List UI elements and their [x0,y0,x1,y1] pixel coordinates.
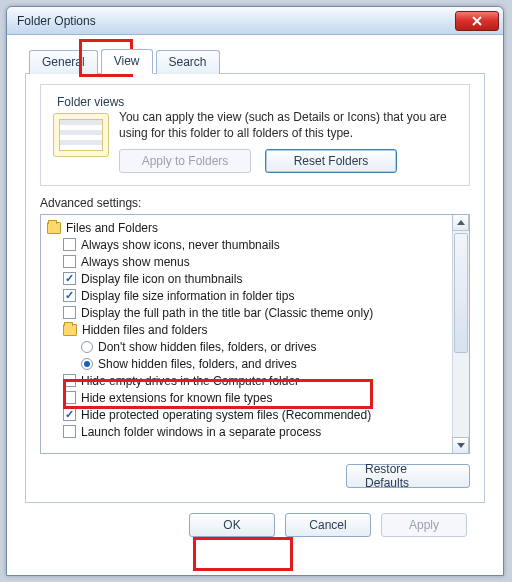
list-item[interactable]: Always show menus [63,253,450,270]
tab-general[interactable]: General [29,50,98,74]
tree-subfolder: Hidden files and folders [63,321,450,338]
tab-panel-view: Folder views You can apply the view (suc… [25,73,485,503]
close-icon [472,16,482,26]
list-item[interactable]: Always show icons, never thumbnails [63,236,450,253]
folder-views-group: Folder views You can apply the view (suc… [40,84,470,186]
folder-views-text: You can apply the view (such as Details … [119,109,457,141]
tree-root-label: Files and Folders [66,221,158,235]
list-item[interactable]: Hide empty drives in the Computer folder [63,372,450,389]
scroll-down-button[interactable] [452,437,469,454]
checkbox-icon[interactable] [63,238,76,251]
radio-icon[interactable] [81,358,93,370]
window-title: Folder Options [17,14,455,28]
checkbox-icon[interactable] [63,289,76,302]
list-item[interactable]: Hide extensions for known file types [63,389,450,406]
scroll-thumb[interactable] [454,233,468,353]
tab-search[interactable]: Search [156,50,220,74]
list-item[interactable]: Hide protected operating system files (R… [63,406,450,423]
checkbox-icon[interactable] [63,306,76,319]
reset-folders-button[interactable]: Reset Folders [265,149,397,173]
restore-defaults-button[interactable]: Restore Defaults [346,464,470,488]
folder-options-window: Folder Options General View Search Folde… [6,6,504,576]
apply-button: Apply [381,513,467,537]
advanced-settings-list[interactable]: Files and Folders Always show icons, nev… [40,214,470,454]
scroll-up-button[interactable] [452,214,469,231]
checkbox-icon[interactable] [63,272,76,285]
list-item[interactable]: Display file size information in folder … [63,287,450,304]
folder-views-legend: Folder views [53,95,128,109]
radio-icon[interactable] [81,341,93,353]
dialog-buttons: OK Cancel Apply [25,503,485,537]
list-item[interactable]: Launch folder windows in a separate proc… [63,423,450,440]
apply-to-folders-button: Apply to Folders [119,149,251,173]
titlebar: Folder Options [7,7,503,35]
list-item[interactable]: Display the full path in the title bar (… [63,304,450,321]
tab-view[interactable]: View [101,49,153,74]
checkbox-icon[interactable] [63,374,76,387]
checkbox-icon[interactable] [63,425,76,438]
scrollbar[interactable] [452,215,469,453]
advanced-settings-label: Advanced settings: [40,196,470,210]
list-item[interactable]: Don't show hidden files, folders, or dri… [81,338,450,355]
client-area: General View Search Folder views You can… [7,35,503,551]
chevron-up-icon [457,220,465,225]
chevron-down-icon [457,443,465,448]
checkbox-icon[interactable] [63,391,76,404]
checkbox-icon[interactable] [63,408,76,421]
ok-button[interactable]: OK [189,513,275,537]
tree-root: Files and Folders [47,219,450,236]
checkbox-icon[interactable] [63,255,76,268]
tab-strip: General View Search [25,49,485,74]
close-button[interactable] [455,11,499,31]
folder-icon [47,222,61,234]
list-item[interactable]: Display file icon on thumbnails [63,270,450,287]
folder-icon [63,324,77,336]
list-item-show-hidden[interactable]: Show hidden files, folders, and drives [81,355,450,372]
cancel-button[interactable]: Cancel [285,513,371,537]
folder-views-icon [53,113,109,157]
